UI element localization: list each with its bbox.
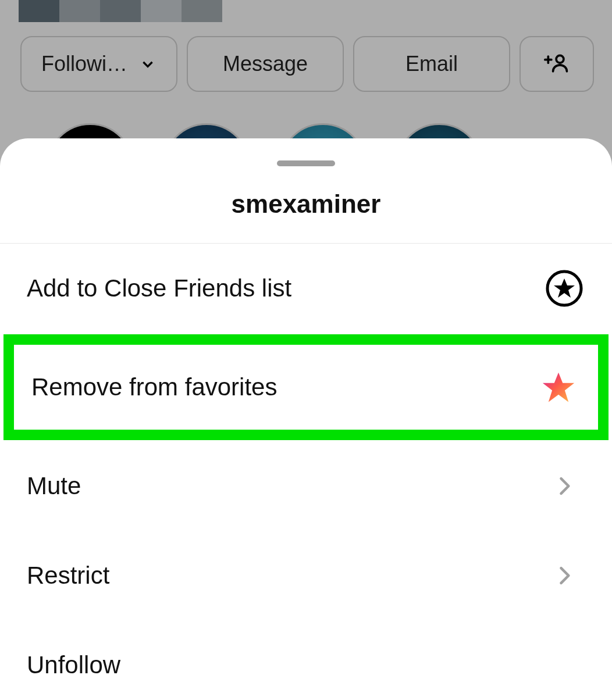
menu-restrict[interactable]: Restrict — [0, 531, 612, 620]
svg-marker-4 — [554, 278, 575, 298]
menu-label: Mute — [27, 472, 81, 500]
sheet-title: smexaminer — [0, 190, 612, 244]
close-friends-star-icon — [546, 270, 583, 307]
menu-label: Unfollow — [27, 651, 120, 679]
menu-label: Remove from favorites — [31, 373, 277, 401]
chevron-right-icon — [546, 557, 583, 594]
chevron-right-icon — [546, 467, 583, 505]
menu-close-friends[interactable]: Add to Close Friends list — [0, 244, 612, 333]
sheet-menu: Add to Close Friends list Remove from fa… — [0, 244, 612, 700]
menu-unfollow[interactable]: Unfollow — [0, 620, 612, 700]
menu-mute[interactable]: Mute — [0, 441, 612, 531]
svg-marker-5 — [543, 373, 574, 402]
menu-label: Restrict — [27, 562, 109, 590]
menu-label: Add to Close Friends list — [27, 274, 291, 302]
following-options-sheet: smexaminer Add to Close Friends list Rem… — [0, 138, 612, 700]
sheet-grabber[interactable] — [277, 160, 335, 166]
tutorial-highlight: Remove from favorites — [3, 334, 609, 440]
menu-remove-favorites[interactable]: Remove from favorites — [14, 345, 598, 430]
favorites-star-icon — [540, 369, 577, 406]
